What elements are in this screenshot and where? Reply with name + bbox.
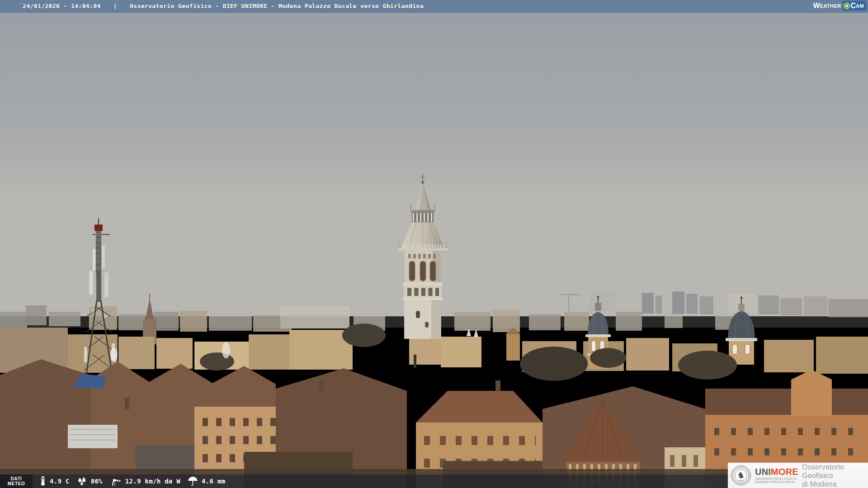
humidity-value: 86% xyxy=(91,478,103,485)
weathercam-logo[interactable]: WEATHER CAM xyxy=(813,1,866,10)
temperature-value: 4.9 C xyxy=(50,478,70,485)
wind-value: 12.9 km/h da W xyxy=(125,478,180,485)
seal-knight-glyph: ♞ xyxy=(737,470,745,480)
humidity-reading: 86% xyxy=(76,476,103,487)
thermometer-icon xyxy=(39,475,47,487)
wind-icon xyxy=(109,476,122,487)
rain-icon xyxy=(187,476,198,487)
camera-title: Osservatorio Geofisico - DIEF UNIMORE - … xyxy=(130,3,424,9)
unimore-subtitle-line2: MODENA E REGGIO EMILIA xyxy=(755,480,797,484)
unimore-uni-text: UNI xyxy=(755,467,771,477)
unimore-subtitle-line1: UNIVERSITÀ DEGLI STUDI DI xyxy=(755,477,797,481)
temperature-reading: 4.9 C xyxy=(39,475,70,487)
observatory-name: Osservatorio Geofisico di Modena xyxy=(802,463,868,488)
unimore-logo-box[interactable]: ♞ 1175 UNIMORE UNIVERSITÀ DEGLI STUDI DI… xyxy=(728,463,868,488)
separator: | xyxy=(113,3,117,9)
rain-reading: 4.6 mm xyxy=(187,476,225,487)
weathercam-cam-rest: AM xyxy=(856,3,864,9)
weathercam-cam-box: CAM xyxy=(843,1,866,10)
humidity-icon xyxy=(76,476,88,487)
dati-meteo-label: DATI METEO xyxy=(0,474,33,488)
dati-meteo-line1: DATI xyxy=(11,476,22,481)
top-status-bar: 24/01/2026 - 14:04:04 | Osservatorio Geo… xyxy=(0,0,868,13)
unimore-wordmark: UNIMORE UNIVERSITÀ DEGLI STUDI DI MODENA… xyxy=(755,467,797,484)
weathercam-weather-rest: EATHER xyxy=(820,3,841,9)
unimore-seal-icon: ♞ 1175 xyxy=(731,465,751,486)
rain-value: 4.6 mm xyxy=(202,478,225,485)
weathercam-dot-icon xyxy=(844,3,850,9)
seal-year: 1175 xyxy=(739,479,744,482)
wind-reading: 12.9 km/h da W xyxy=(109,476,180,487)
weathercam-weather-initial: W xyxy=(813,2,820,10)
dati-meteo-line2: METEO xyxy=(8,481,25,486)
observatory-name-line2: di Modena xyxy=(802,480,868,488)
webcam-frame: 24/01/2026 - 14:04:04 | Osservatorio Geo… xyxy=(0,0,868,488)
unimore-more-text: MORE xyxy=(771,467,798,477)
webcam-photo xyxy=(0,0,868,488)
datetime-text: 24/01/2026 - 14:04:04 xyxy=(23,3,101,9)
weathercam-cam-initial: C xyxy=(851,2,856,10)
observatory-name-line1: Osservatorio Geofisico xyxy=(802,463,868,480)
